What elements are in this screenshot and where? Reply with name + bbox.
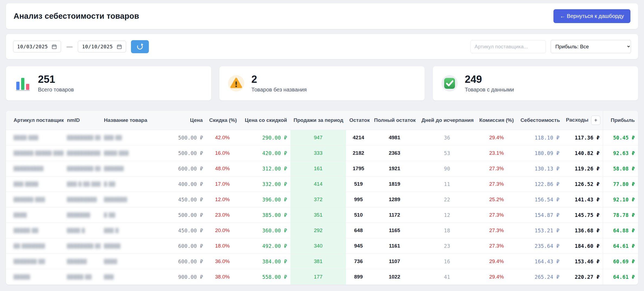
nmid-cell: ████████ ███ [64, 238, 101, 254]
expenses-cell: 119.26 ₽ [563, 161, 603, 176]
col-header-full-stock: Полный остаток [371, 111, 418, 130]
commission-cell: 27.3% [476, 238, 517, 254]
cost-cell: 122.86 ₽ [517, 176, 563, 192]
stat-text: 2 Товаров без названия [251, 74, 307, 93]
profit-cell: 92.10 ₽ [603, 192, 638, 207]
profit-filter-select[interactable]: Прибыль: Все [551, 40, 631, 53]
supplier-article-search-input[interactable] [470, 40, 546, 53]
nmid-cell: ████████ ██ [64, 130, 101, 145]
date-from-input[interactable]: 10/03/2025 [13, 41, 61, 52]
calendar-icon [52, 44, 57, 49]
table-row: ██ ███████████████ ████████600.00 ₽18.0%… [6, 238, 638, 254]
stock-cell: 2182 [346, 145, 371, 161]
add-expense-column-button[interactable]: + [591, 116, 600, 125]
cost-cell: 156.54 ₽ [517, 192, 563, 207]
col-header-stock: Остаток [346, 111, 371, 130]
table-row: ██████ ███████████████████450.00 ₽12.0%3… [6, 192, 638, 207]
stock-cell: 4214 [346, 130, 371, 145]
full-stock-cell: 1165 [371, 223, 418, 238]
sales-period-cell: 947 [290, 130, 346, 145]
product-name-cell: ███ ██ [101, 130, 175, 145]
nmid-cell: ██████ [64, 254, 101, 269]
cost-cell: 180.09 ₽ [517, 145, 563, 161]
back-to-dashboard-button[interactable]: ← Вернуться к дашборду [553, 9, 630, 23]
commission-cell: 27.3% [476, 176, 517, 192]
stat-cards: 251 Всего товаров 2 Товаров без названия [6, 66, 638, 100]
discount-price-cell: 385.00 ₽ [239, 207, 290, 223]
table-header-row: Артикул поставщика nmID Название товара … [6, 111, 638, 130]
refresh-button[interactable] [131, 40, 149, 53]
price-cell: 600.00 ₽ [175, 238, 206, 254]
supplier-article-cell: ██████ █████ ████ [6, 145, 64, 161]
supplier-article-cell: █████████ [6, 161, 64, 176]
discount-cell: 18.0% [206, 238, 239, 254]
commission-cell: 29.4% [476, 130, 517, 145]
commission-cell: 25.2% [476, 192, 517, 207]
discount-cell: 17.0% [206, 176, 239, 192]
stat-value-with-data: 249 [465, 74, 514, 85]
supplier-article-cell: █████ ██ [6, 223, 64, 238]
profit-cell: 50.45 ₽ [603, 130, 638, 145]
days-to-depletion-cell: 53 [418, 145, 476, 161]
product-name-cell: ██████ [101, 161, 175, 176]
days-to-depletion-cell: 36 [418, 130, 476, 145]
sales-period-cell: 414 [290, 176, 346, 192]
nmid-cell: █████████ [64, 192, 101, 207]
expenses-cell: 140.82 ₽ [563, 145, 603, 161]
supplier-article-cell: ████ ███ [6, 130, 64, 145]
supplier-article-cell: ██████ ███ [6, 192, 64, 207]
refresh-icon [136, 43, 144, 50]
table-row: ██████ █████ ██████████████████████ ███5… [6, 145, 638, 161]
table-row: ███ ███████ █ ██ █████ ████ ██400.00 ₽17… [6, 176, 638, 192]
discount-cell: 48.0% [206, 161, 239, 176]
price-cell: 500.00 ₽ [175, 207, 206, 223]
date-range-separator: — [66, 43, 73, 50]
stock-cell: 510 [346, 207, 371, 223]
warning-triangle-icon [228, 75, 245, 92]
price-cell: 450.00 ₽ [175, 223, 206, 238]
discount-cell: 16.0% [206, 145, 239, 161]
stat-label-total: Всего товаров [38, 87, 74, 93]
nmid-cell: ██████████████ [64, 145, 101, 161]
full-stock-cell: 4981 [371, 130, 418, 145]
discount-price-cell: 290.00 ₽ [239, 130, 290, 145]
table-row: █████████████████ ████████600.00 ₽48.0%3… [6, 161, 638, 176]
sales-period-cell: 161 [290, 161, 346, 176]
col-header-product-name: Название товара [101, 111, 175, 130]
product-name-cell: ███ █ [101, 223, 175, 238]
col-header-price: Цена [175, 111, 206, 130]
full-stock-cell: 1289 [371, 192, 418, 207]
filter-bar: 10/03/2025 — 10/10/2025 [6, 34, 638, 59]
product-name-cell: █ ██ [101, 176, 175, 192]
col-header-expenses-label: Расходы [566, 117, 588, 123]
stat-card-total-products: 251 Всего товаров [6, 66, 211, 100]
stock-cell: 648 [346, 223, 371, 238]
discount-price-cell: 332.00 ₽ [239, 176, 290, 192]
cost-cell: 153.21 ₽ [517, 223, 563, 238]
stock-cell: 945 [346, 238, 371, 254]
col-header-supplier-article: Артикул поставщика [6, 111, 64, 130]
expenses-cell: 145.75 ₽ [563, 207, 603, 223]
expenses-cell: 184.60 ₽ [563, 238, 603, 254]
expenses-cell: 141.43 ₽ [563, 192, 603, 207]
profit-cell: 60.69 ₽ [603, 254, 638, 269]
date-to-input[interactable]: 10/10/2025 [78, 41, 126, 52]
supplier-article-cell: ███ ████ [6, 176, 64, 192]
table-row: ████████████ ██500.00 ₽23.0%385.00 ₽3515… [6, 207, 638, 223]
sales-period-cell: 340 [290, 238, 346, 254]
check-square-icon [441, 75, 458, 92]
col-header-discount-price: Цена со скидкой [239, 111, 290, 130]
days-to-depletion-cell: 23 [418, 238, 476, 254]
cost-cell: 130.13 ₽ [517, 161, 563, 176]
profit-cell: 64.88 ₽ [603, 223, 638, 238]
stat-card-products-with-data: 249 Товаров с данными [433, 66, 638, 100]
nmid-cell: ███ █ ██ █████ ███ [64, 176, 101, 192]
col-header-cost: Себестоимость [517, 111, 563, 130]
products-table-card: Артикул поставщика nmID Название товара … [6, 111, 638, 285]
price-cell: 600.00 ₽ [175, 254, 206, 269]
profit-cell: 64.61 ₽ [603, 238, 638, 254]
profit-cell: 58.08 ₽ [603, 161, 638, 176]
product-name-cell: █ ██ [101, 207, 175, 223]
page-header: Анализ себестоимости товаров ← Вернуться… [6, 3, 638, 29]
discount-cell: 38.0% [206, 269, 239, 284]
